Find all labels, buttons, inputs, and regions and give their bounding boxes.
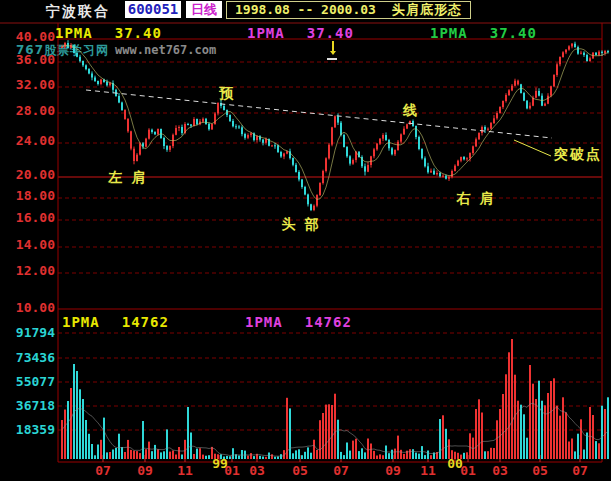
annotation-线: 线 [402, 102, 419, 118]
candle-body [88, 69, 90, 74]
volume-bar [214, 454, 216, 459]
volume-bar [400, 450, 402, 459]
date-range-label: 1998.08 -- 2000.03 [235, 2, 376, 17]
price-tick-label: 36.00 [16, 52, 55, 67]
candle-body [505, 95, 507, 101]
volume-bar [220, 454, 222, 459]
stock-code-button[interactable]: 600051 [125, 1, 181, 18]
volume-bar [421, 446, 423, 459]
volume-bar [481, 413, 483, 460]
volume-bar [526, 438, 528, 459]
candle-body [274, 145, 276, 146]
volume-bar [175, 455, 177, 460]
volume-bar [103, 418, 105, 459]
candle-body [499, 107, 501, 113]
candle-body [244, 134, 246, 138]
volume-bar [91, 444, 93, 459]
volume-bar [493, 448, 495, 459]
candle-body [433, 171, 435, 175]
volume-bar [61, 420, 63, 459]
volume-tick-label: 55077 [16, 374, 55, 389]
candle-body [448, 177, 450, 179]
volume-bar [277, 456, 279, 459]
candle-body [307, 195, 309, 205]
candle-body [517, 81, 519, 85]
candle-body [553, 75, 555, 86]
volume-bar [460, 455, 462, 459]
volume-bar [517, 401, 519, 459]
volume-bar [97, 445, 99, 460]
candle-body [301, 180, 303, 188]
stock-name: 宁波联合 [46, 3, 110, 21]
volume-bar [589, 407, 591, 459]
candle-body [373, 149, 375, 156]
volume-bar [379, 454, 381, 459]
volume-bar [76, 371, 78, 459]
candle-body [175, 128, 177, 135]
volume-bar [508, 352, 510, 459]
volume-bar [313, 440, 315, 459]
candle-body [385, 135, 387, 140]
volume-bar [541, 401, 543, 459]
price-tick-label: 18.00 [16, 188, 55, 203]
candle-body [370, 156, 372, 165]
volume-bar [229, 456, 231, 459]
x-label-month: 01 [224, 463, 240, 478]
volume-bar [367, 439, 369, 460]
volume-bar [571, 439, 573, 460]
candle-body [124, 110, 126, 119]
volume-bar [121, 447, 123, 459]
volume-bar [502, 394, 504, 459]
candle-body [82, 61, 84, 65]
volume-bar [553, 378, 555, 459]
price-tick-label: 10.00 [16, 300, 55, 315]
volume-bar [430, 455, 432, 459]
candle-body [328, 145, 330, 159]
candle-body [127, 119, 129, 131]
candle-body [325, 158, 327, 171]
candle-body [232, 121, 234, 126]
candle-body [466, 158, 468, 159]
period-button[interactable]: 日线 [186, 1, 222, 18]
candle-body [178, 127, 180, 128]
volume-bar [376, 456, 378, 460]
candle-body [529, 106, 531, 109]
candle-body [397, 142, 399, 150]
candle-body [487, 129, 489, 130]
volume-bar [223, 457, 225, 460]
x-label-month: 01 [460, 463, 476, 478]
volume-bar [115, 448, 117, 459]
price-tick-label: 24.00 [16, 133, 55, 148]
candle-body [157, 129, 159, 134]
volume-bar [67, 401, 69, 459]
volume-bar [403, 454, 405, 459]
volume-bar [580, 419, 582, 459]
volume-bar [382, 455, 384, 459]
price-tick-label: 32.00 [16, 77, 55, 92]
candle-body [196, 119, 198, 124]
volume-bar [253, 456, 255, 459]
candle-body [187, 124, 189, 125]
candle-body [490, 123, 492, 129]
candle-body [295, 165, 297, 172]
candle-body [394, 150, 396, 154]
volume-bar [160, 452, 162, 459]
candle-body [313, 206, 315, 210]
kline-chart[interactable]: 07091199010305070911000103050740.0036.00… [0, 0, 611, 481]
candle-body [391, 148, 393, 154]
candle-body [250, 133, 252, 135]
volume-bar [370, 444, 372, 460]
volume-bar [301, 455, 303, 459]
candle-body [445, 176, 447, 179]
volume-ma-label-0: 1PMA14762 [62, 314, 169, 330]
volume-bar [163, 451, 165, 459]
volume-bar [247, 456, 249, 459]
volume-bar [559, 416, 561, 459]
candle-body [508, 90, 510, 95]
candle-body [277, 145, 279, 152]
candle-body [97, 81, 99, 84]
candle-body [379, 139, 381, 144]
volume-tick-label: 73436 [16, 350, 55, 365]
breakout-pointer-line [514, 140, 551, 156]
volume-bar [358, 451, 360, 459]
